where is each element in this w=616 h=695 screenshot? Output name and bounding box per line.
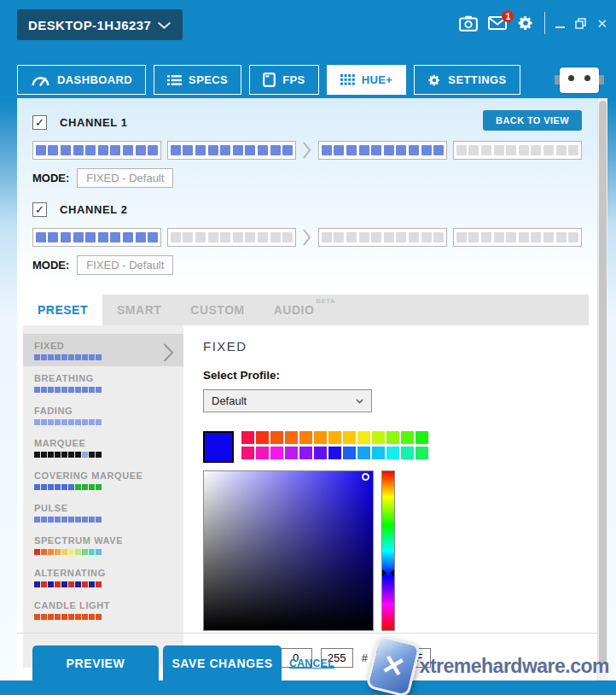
channel-1-checkbox[interactable]: ✓ <box>32 115 47 130</box>
back-to-view-button[interactable]: BACK TO VIEW <box>483 110 582 131</box>
led-square <box>359 232 369 242</box>
tab-settings[interactable]: SETTINGS <box>414 65 520 95</box>
led-strip[interactable] <box>32 141 161 160</box>
color-swatch[interactable] <box>256 447 269 459</box>
notifications-mail-icon[interactable]: 1 <box>488 16 507 30</box>
color-swatch[interactable] <box>416 447 428 459</box>
tab-specs[interactable]: SPECS <box>154 65 241 95</box>
current-color-swatch[interactable] <box>203 431 234 463</box>
color-swatch[interactable] <box>343 447 356 459</box>
color-swatch[interactable] <box>343 431 356 444</box>
tab-label: FPS <box>282 73 305 86</box>
tab-hue-plus[interactable]: HUE+ <box>327 65 407 95</box>
save-changes-button[interactable]: SAVE CHANGES <box>163 645 282 680</box>
hue-slider-marker-left[interactable] <box>382 569 386 576</box>
mode-value: FIXED - Default <box>77 168 173 188</box>
led-strip[interactable] <box>453 228 582 247</box>
hue-device-icon[interactable] <box>560 67 599 93</box>
led-square <box>543 145 554 155</box>
mode-item-spectrum-wave[interactable]: SPECTRUM WAVE <box>23 529 183 561</box>
color-swatch[interactable] <box>270 431 283 444</box>
led-strip[interactable] <box>318 228 447 247</box>
profile-select[interactable]: Default <box>203 389 372 412</box>
color-swatch[interactable] <box>285 431 298 444</box>
color-swatch[interactable] <box>386 447 399 459</box>
color-swatch[interactable] <box>328 447 341 459</box>
channel-2-checkbox[interactable]: ✓ <box>32 202 47 217</box>
picker-cursor[interactable] <box>362 473 369 481</box>
mode-name: COVERING MARQUEE <box>34 470 173 481</box>
mode-item-pulse[interactable]: PULSE <box>23 496 183 529</box>
color-swatch[interactable] <box>401 447 414 459</box>
led-square <box>245 145 255 155</box>
tab-label: SPECS <box>189 73 228 86</box>
led-strip[interactable] <box>318 141 447 160</box>
led-square <box>270 145 281 155</box>
color-swatch[interactable] <box>241 431 254 444</box>
mode-item-alternating[interactable]: ALTERNATING <box>23 561 183 593</box>
led-strip[interactable] <box>167 141 296 160</box>
led-square <box>519 232 529 242</box>
scrollbar[interactable] <box>597 98 607 680</box>
led-square <box>346 232 357 242</box>
mode-preview <box>34 354 173 360</box>
led-square <box>396 232 406 242</box>
mode-item-breathing[interactable]: BREATHING <box>23 366 183 399</box>
color-swatch[interactable] <box>285 447 298 459</box>
color-swatch[interactable] <box>357 431 370 444</box>
led-strip[interactable] <box>453 141 582 160</box>
close-button[interactable]: ✕ <box>596 17 607 30</box>
screenshot-camera-icon[interactable] <box>459 15 478 32</box>
led-strip[interactable] <box>32 228 161 247</box>
color-swatch[interactable] <box>314 447 327 459</box>
color-swatch[interactable] <box>299 431 312 444</box>
color-swatch[interactable] <box>256 431 269 444</box>
color-swatch[interactable] <box>241 447 254 459</box>
color-swatch[interactable] <box>270 447 283 459</box>
tab-fps[interactable]: FPS <box>249 65 318 95</box>
color-swatch[interactable] <box>357 447 370 459</box>
led-square <box>556 145 567 155</box>
chevron-right-icon <box>302 227 312 248</box>
gear-icon <box>427 73 441 87</box>
profile-select-value: Default <box>212 394 247 407</box>
led-strip[interactable] <box>167 228 296 247</box>
color-swatch[interactable] <box>416 431 428 444</box>
mode-item-covering-marquee[interactable]: COVERING MARQUEE <box>23 464 183 496</box>
tab-dashboard[interactable]: DASHBOARD <box>17 65 146 95</box>
preview-button[interactable]: PREVIEW <box>32 645 159 680</box>
scrollbar-thumb[interactable] <box>599 101 607 664</box>
preset-tab-preset[interactable]: PRESET <box>23 295 102 325</box>
preset-tab-custom[interactable]: CUSTOM <box>176 295 259 325</box>
mode-item-candle-light[interactable]: CANDLE LIGHT <box>23 593 183 626</box>
mode-item-marquee[interactable]: MARQUEE <box>23 431 183 464</box>
cancel-link[interactable]: CANCEL <box>289 657 334 669</box>
hue-slider-marker-right[interactable] <box>390 569 394 576</box>
color-swatch[interactable] <box>372 447 385 459</box>
saturation-value-picker[interactable] <box>203 470 374 631</box>
hue-slider[interactable] <box>381 470 395 631</box>
hue-panel: ✓ CHANNEL 1 BACK TO VIEW MODE: FIXED - D… <box>17 98 597 680</box>
chevron-down-icon <box>356 399 363 404</box>
color-swatch[interactable] <box>372 431 385 444</box>
device-selector-dropdown[interactable]: DESKTOP-1HJ6237 <box>17 9 183 40</box>
mode-item-fading[interactable]: FADING <box>23 399 183 431</box>
mode-preview <box>34 484 173 490</box>
restore-window-button[interactable] <box>575 18 586 29</box>
preset-tab-smart[interactable]: SMART <box>102 295 176 325</box>
led-square <box>123 232 133 242</box>
color-swatch[interactable] <box>328 431 341 444</box>
color-swatch[interactable] <box>314 431 327 444</box>
minimize-button[interactable] <box>555 19 565 28</box>
color-swatch[interactable] <box>299 447 312 459</box>
color-swatch[interactable] <box>401 431 414 444</box>
led-square <box>456 145 467 155</box>
color-swatch[interactable] <box>386 431 399 444</box>
mode-item-fixed[interactable]: FIXED <box>23 334 183 366</box>
app-settings-gear-icon[interactable] <box>517 15 534 32</box>
led-square <box>468 145 479 155</box>
led-square <box>36 145 46 155</box>
led-square <box>110 145 120 155</box>
preset-tab-audio[interactable]: AUDIOBETA <box>259 295 329 325</box>
led-square <box>322 232 332 242</box>
